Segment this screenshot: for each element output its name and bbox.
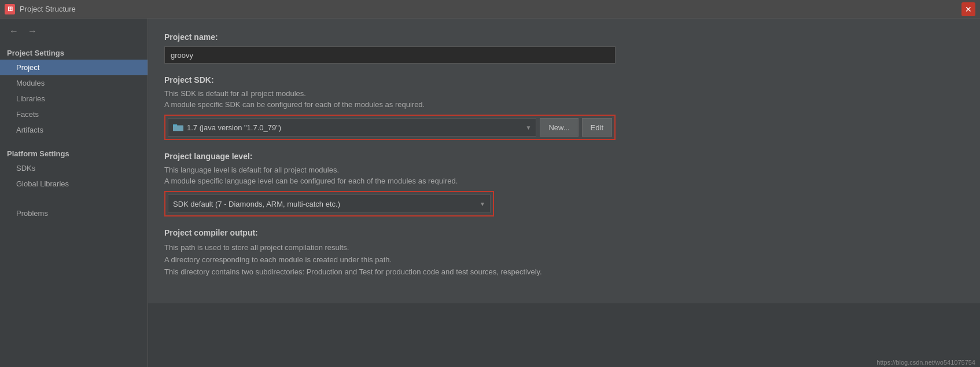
window-content: ← → Project Settings Project Modules Lib… bbox=[0, 19, 980, 367]
sidebar: ← → Project Settings Project Modules Lib… bbox=[0, 19, 148, 367]
project-sdk-section: Project SDK: This SDK is default for all… bbox=[164, 75, 964, 140]
compiler-desc1: This path is used to store all project c… bbox=[164, 242, 964, 254]
lang-desc1: This language level is default for all p… bbox=[164, 166, 964, 174]
sidebar-item-problems[interactable]: Problems bbox=[0, 205, 148, 221]
compiler-desc2: A directory corresponding to each module… bbox=[164, 254, 964, 266]
platform-settings-label: Platform Settings bbox=[0, 145, 148, 160]
lang-dropdown-arrow[interactable]: ▼ bbox=[480, 201, 485, 207]
sdk-desc1: This SDK is default for all project modu… bbox=[164, 89, 964, 98]
sidebar-item-global-libraries[interactable]: Global Libraries bbox=[0, 176, 148, 192]
sidebar-item-project[interactable]: Project bbox=[0, 60, 148, 75]
sdk-dropdown-arrow[interactable]: ▼ bbox=[526, 124, 532, 131]
project-settings-label: Project Settings bbox=[0, 44, 148, 60]
close-button[interactable]: ✕ bbox=[961, 2, 975, 16]
new-sdk-button[interactable]: New... bbox=[540, 118, 578, 137]
sdk-value-text: 1.7 (java version "1.7.0_79") bbox=[187, 123, 522, 132]
project-structure-window: ⊞ Project Structure ✕ ← → Project Settin… bbox=[0, 0, 980, 367]
forward-button[interactable]: → bbox=[24, 23, 40, 39]
sidebar-item-artifacts[interactable]: Artifacts bbox=[0, 122, 148, 138]
compiler-desc3: This directory contains two subdirectori… bbox=[164, 266, 964, 278]
lang-value-text: SDK default (7 - Diamonds, ARM, multi-ca… bbox=[173, 200, 476, 208]
language-row: SDK default (7 - Diamonds, ARM, multi-ca… bbox=[164, 191, 494, 216]
watermark: https://blog.csdn.net/wo541075754 bbox=[876, 359, 975, 366]
project-name-input[interactable] bbox=[164, 46, 616, 64]
sidebar-item-libraries[interactable]: Libraries bbox=[0, 91, 148, 107]
titlebar: ⊞ Project Structure ✕ bbox=[0, 0, 980, 19]
sdk-select-wrapper[interactable]: 1.7 (java version "1.7.0_79") ▼ bbox=[168, 118, 536, 137]
main-content: Project name: Project SDK: This SDK is d… bbox=[148, 19, 980, 303]
app-icon: ⊞ bbox=[5, 4, 15, 14]
project-name-label: Project name: bbox=[164, 32, 964, 42]
folder-icon bbox=[173, 123, 183, 131]
sidebar-item-modules[interactable]: Modules bbox=[0, 75, 148, 91]
back-button[interactable]: ← bbox=[6, 23, 22, 39]
main-wrapper: Project name: Project SDK: This SDK is d… bbox=[148, 19, 980, 367]
project-sdk-label: Project SDK: bbox=[164, 75, 964, 85]
sdk-row: 1.7 (java version "1.7.0_79") ▼ New... E… bbox=[164, 115, 616, 140]
edit-sdk-button[interactable]: Edit bbox=[582, 118, 612, 137]
svg-rect-1 bbox=[173, 124, 177, 127]
lang-desc2: A module specific language level can be … bbox=[164, 177, 964, 185]
nav-buttons: ← → bbox=[0, 19, 148, 44]
compiler-output-label: Project compiler output: bbox=[164, 228, 964, 237]
lang-select-wrapper[interactable]: SDK default (7 - Diamonds, ARM, multi-ca… bbox=[168, 194, 491, 213]
compiler-output-section: Project compiler output: This path is us… bbox=[164, 228, 964, 278]
language-level-label: Project language level: bbox=[164, 152, 964, 161]
titlebar-left: ⊞ Project Structure bbox=[5, 4, 76, 14]
sidebar-item-sdks[interactable]: SDKs bbox=[0, 160, 148, 176]
sidebar-item-facets[interactable]: Facets bbox=[0, 107, 148, 122]
project-name-section: Project name: bbox=[164, 32, 964, 64]
sdk-desc2: A module specific SDK can be configured … bbox=[164, 100, 964, 109]
language-level-section: Project language level: This language le… bbox=[164, 152, 964, 216]
window-title: Project Structure bbox=[20, 5, 76, 13]
